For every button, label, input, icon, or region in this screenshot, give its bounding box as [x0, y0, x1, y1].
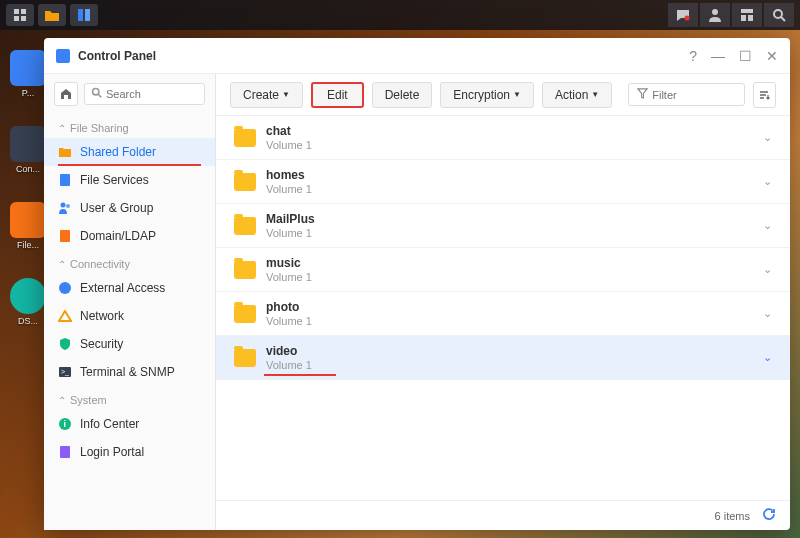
search-icon	[91, 87, 102, 101]
folder-icon	[44, 8, 60, 22]
sidebar-item-security[interactable]: Security	[44, 330, 215, 358]
filter-input[interactable]	[652, 89, 736, 101]
sidebar-item-label: Info Center	[80, 417, 139, 431]
sidebar-item-label: User & Group	[80, 201, 153, 215]
sort-icon	[758, 89, 770, 101]
svg-rect-5	[85, 9, 90, 21]
user-group-icon	[58, 201, 72, 215]
folder-row-homes[interactable]: homesVolume 1 ⌄	[216, 160, 790, 204]
folder-row-chat[interactable]: chatVolume 1 ⌄	[216, 116, 790, 160]
sidebar-item-label: External Access	[80, 281, 165, 295]
external-access-icon	[58, 281, 72, 295]
svg-text:i: i	[64, 419, 67, 429]
folder-icon	[234, 217, 256, 235]
svg-text:>_: >_	[61, 368, 69, 376]
sidebar-item-domain-ldap[interactable]: Domain/LDAP	[44, 222, 215, 250]
desktop-icons: P... Con... File... DS...	[10, 50, 46, 326]
filter-box[interactable]	[628, 83, 745, 106]
folder-name: music	[266, 256, 763, 270]
taskbar-control-panel[interactable]	[70, 4, 98, 26]
terminal-icon: >_	[58, 365, 72, 379]
svg-rect-3	[21, 16, 26, 21]
sidebar-item-shared-folder[interactable]: Shared Folder	[44, 138, 215, 166]
sidebar-section-system[interactable]: System	[44, 386, 215, 410]
folder-volume: Volume 1	[266, 271, 763, 283]
create-button[interactable]: Create▼	[230, 82, 303, 108]
delete-button[interactable]: Delete	[372, 82, 433, 108]
chevron-up-icon	[58, 122, 66, 134]
sidebar-item-network[interactable]: Network	[44, 302, 215, 330]
titlebar[interactable]: Control Panel ? — ☐ ✕	[44, 38, 790, 74]
svg-rect-2	[14, 16, 19, 21]
encryption-button[interactable]: Encryption▼	[440, 82, 534, 108]
window-icon	[56, 49, 70, 63]
sidebar-section-connectivity[interactable]: Connectivity	[44, 250, 215, 274]
sidebar-item-label: Shared Folder	[80, 145, 156, 159]
folder-row-mailplus[interactable]: MailPlusVolume 1 ⌄	[216, 204, 790, 248]
maximize-button[interactable]: ☐	[739, 48, 752, 64]
sidebar-item-external-access[interactable]: External Access	[44, 274, 215, 302]
search-box[interactable]	[84, 83, 205, 105]
svg-line-12	[781, 17, 785, 21]
dashboard-icon	[740, 8, 754, 22]
chevron-down-icon: ⌄	[763, 219, 772, 232]
home-button[interactable]	[54, 82, 78, 106]
folder-name: photo	[266, 300, 763, 314]
sidebar-item-info-center[interactable]: i Info Center	[44, 410, 215, 438]
sidebar-item-label: Network	[80, 309, 124, 323]
sidebar-item-label: Security	[80, 337, 123, 351]
taskbar-widgets[interactable]	[732, 3, 762, 27]
file-services-icon	[58, 173, 72, 187]
taskbar-notifications[interactable]	[668, 3, 698, 27]
sidebar-item-login-portal[interactable]: Login Portal	[44, 438, 215, 466]
taskbar-user[interactable]	[700, 3, 730, 27]
network-icon	[58, 309, 72, 323]
svg-rect-4	[78, 9, 83, 21]
sidebar-item-user-group[interactable]: User & Group	[44, 194, 215, 222]
taskbar-search[interactable]	[764, 3, 794, 27]
minimize-button[interactable]: —	[711, 48, 725, 64]
user-icon	[708, 8, 722, 22]
sidebar-item-terminal-snmp[interactable]: >_ Terminal & SNMP	[44, 358, 215, 386]
folder-name: MailPlus	[266, 212, 763, 226]
help-button[interactable]: ?	[689, 48, 697, 64]
sort-button[interactable]	[753, 82, 776, 108]
folder-row-music[interactable]: musicVolume 1 ⌄	[216, 248, 790, 292]
shield-icon	[58, 337, 72, 351]
desktop-icon-1[interactable]: P...	[10, 50, 46, 98]
chevron-down-icon: ▼	[282, 90, 290, 99]
sidebar-item-label: Domain/LDAP	[80, 229, 156, 243]
refresh-button[interactable]	[762, 507, 776, 524]
sidebar-item-file-services[interactable]: File Services	[44, 166, 215, 194]
taskbar-apps-button[interactable]	[6, 4, 34, 26]
item-count: 6 items	[715, 510, 750, 522]
svg-rect-15	[60, 174, 70, 186]
desktop-icon-2[interactable]: Con...	[10, 126, 46, 174]
svg-point-11	[774, 10, 782, 18]
sidebar-item-label: Terminal & SNMP	[80, 365, 175, 379]
toolbar: Create▼ Edit Delete Encryption▼ Action▼	[216, 74, 790, 116]
folder-row-photo[interactable]: photoVolume 1 ⌄	[216, 292, 790, 336]
svg-line-14	[98, 94, 101, 97]
action-button[interactable]: Action▼	[542, 82, 612, 108]
desktop-icon-4[interactable]: DS...	[10, 278, 46, 326]
folder-name: chat	[266, 124, 763, 138]
sidebar-section-file-sharing[interactable]: File Sharing	[44, 114, 215, 138]
chevron-up-icon	[58, 258, 66, 270]
folder-row-video[interactable]: videoVolume 1 ⌄	[216, 336, 790, 380]
chevron-down-icon: ⌄	[763, 131, 772, 144]
info-icon: i	[58, 417, 72, 431]
search-input[interactable]	[106, 88, 198, 100]
close-button[interactable]: ✕	[766, 48, 778, 64]
folder-icon	[234, 261, 256, 279]
chevron-down-icon: ⌄	[763, 351, 772, 364]
taskbar-file-station[interactable]	[38, 4, 66, 26]
chevron-down-icon: ▼	[513, 90, 521, 99]
chevron-down-icon: ▼	[591, 90, 599, 99]
folder-volume: Volume 1	[266, 139, 763, 151]
edit-button[interactable]: Edit	[311, 82, 364, 108]
sidebar: File Sharing Shared Folder File Services…	[44, 74, 216, 530]
desktop-icon-3[interactable]: File...	[10, 202, 46, 250]
svg-point-7	[712, 9, 718, 15]
svg-point-17	[66, 204, 70, 208]
